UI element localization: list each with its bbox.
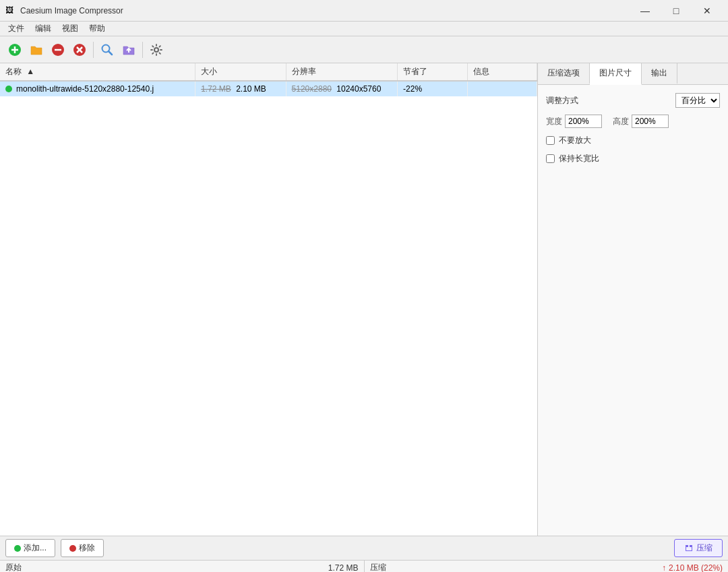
table-row[interactable]: monolith-ultrawide-5120x2880-12540.j 1.7… [0,81,537,96]
original-size: 1.72 MB [328,563,359,573]
compress-label: 压缩 [696,542,712,554]
window-controls: — □ ✕ [630,0,723,22]
settings-button[interactable] [147,40,166,59]
preview-area: 原始 1.72 MB 压缩 ↑ 2.10 MB (22%) [0,560,728,572]
no-enlarge-label: 不要放大 [559,135,591,146]
menu-bar: 文件 编辑 视图 帮助 [0,22,728,36]
dimensions-row: 宽度 高度 [546,115,720,128]
method-label: 调整方式 [546,95,578,106]
menu-edit[interactable]: 编辑 [30,22,57,36]
app-icon: 🖼 [5,5,16,16]
col-size[interactable]: 大小 [195,63,286,81]
compress-button[interactable]: 压缩 [674,539,723,557]
col-name[interactable]: 名称 ▲ [0,63,195,81]
tab-compress[interactable]: 压缩选项 [538,63,590,84]
right-panel: 压缩选项 图片尺寸 输出 调整方式 百分比像素短边长边 宽度 高度 [538,63,728,536]
search-button[interactable] [98,40,117,59]
tab-output[interactable]: 输出 [642,63,677,84]
minimize-button[interactable]: — [630,0,661,22]
col-saved[interactable]: 节省了 [398,63,467,81]
tab-resize-content: 调整方式 百分比像素短边长边 宽度 高度 不要放大 保持长宽比 [538,85,728,172]
remove-label: 移除 [79,542,95,554]
no-enlarge-row: 不要放大 [546,135,720,146]
compressed-label-row: 压缩 ↑ 2.10 MB (22%) [364,561,729,572]
original-label: 原始 [5,562,22,572]
menu-help[interactable]: 帮助 [84,22,111,36]
preview-labels: 原始 1.72 MB 压缩 ↑ 2.10 MB (22%) [0,561,728,572]
file-list-panel: 名称 ▲ 大小 分辨率 节省了 信息 monol [0,63,538,536]
clear-button[interactable] [70,40,89,59]
method-select[interactable]: 百分比像素短边长边 [675,93,720,108]
add-files-button[interactable]: 添加... [5,539,55,557]
keep-ratio-row: 保持长宽比 [546,153,720,164]
open-folder-button[interactable] [27,40,46,59]
compressed-label: 压缩 [370,562,386,572]
main-layout: 名称 ▲ 大小 分辨率 节省了 信息 monol [0,63,728,536]
action-bar: 添加... 移除 压缩 [0,536,728,560]
maximize-button[interactable]: □ [661,0,692,22]
tab-resize[interactable]: 图片尺寸 [590,63,642,85]
height-label: 高度 [613,116,629,127]
add-button[interactable] [5,40,24,59]
menu-view[interactable]: 视图 [57,22,84,36]
file-size: 1.72 MB 2.10 MB [195,81,286,96]
toolbar-separator-2 [142,42,143,58]
svg-line-9 [109,51,112,55]
remove-dot [69,545,76,552]
original-label-row: 原始 1.72 MB [0,561,364,572]
col-res[interactable]: 分辨率 [286,63,398,81]
tabs-bar: 压缩选项 图片尺寸 输出 [538,63,728,85]
add-label: 添加... [24,542,47,554]
compressed-size: 2.10 MB (22%) [669,563,723,573]
up-arrow-icon: ↑ [662,563,666,573]
no-enlarge-checkbox[interactable] [546,136,555,145]
keep-ratio-label: 保持长宽比 [559,153,599,164]
method-row: 调整方式 百分比像素短边长边 [546,93,720,108]
close-button[interactable]: ✕ [692,0,723,22]
file-saved: -22% [398,81,467,96]
compressed-size-row: ↑ 2.10 MB (22%) [662,563,723,573]
status-dot [5,86,12,92]
width-input[interactable] [565,115,602,128]
remove-button[interactable] [49,40,67,59]
title-bar: 🖼 Caesium Image Compressor — □ ✕ [0,0,728,22]
file-info [467,81,537,96]
file-list-scroll[interactable]: 名称 ▲ 大小 分辨率 节省了 信息 monol [0,63,537,536]
file-table: 名称 ▲ 大小 分辨率 节省了 信息 monol [0,63,537,96]
toolbar-separator-1 [93,42,94,58]
add-dot [14,545,21,552]
col-info[interactable]: 信息 [467,63,537,81]
keep-ratio-checkbox[interactable] [546,154,555,163]
file-res: 5120x2880 10240x5760 [286,81,398,96]
remove-file-button[interactable]: 移除 [61,539,104,557]
output-folder-button[interactable] [119,40,138,59]
width-label: 宽度 [546,116,562,127]
app-title: Caesium Image Compressor [20,6,630,15]
height-input[interactable] [632,115,669,128]
toolbar [0,36,728,63]
file-name: monolith-ultrawide-5120x2880-12540.j [16,84,154,94]
menu-file[interactable]: 文件 [3,22,30,36]
svg-point-11 [154,48,158,52]
